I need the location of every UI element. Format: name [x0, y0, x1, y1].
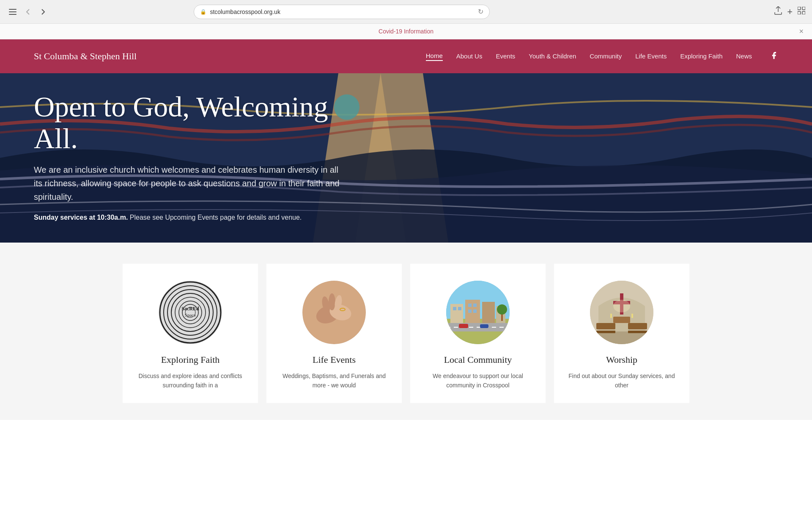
svg-rect-5: [798, 11, 801, 14]
cards-section: SacREd Space Exploring Faith Discuss and…: [0, 243, 812, 420]
forward-button[interactable]: [37, 6, 49, 18]
svg-rect-46: [480, 324, 488, 328]
svg-text:Space: Space: [185, 312, 196, 318]
svg-rect-38: [458, 307, 461, 310]
svg-rect-51: [628, 323, 647, 329]
card-local-community-desc: We endeavour to support our local commun…: [423, 371, 533, 390]
site-logo[interactable]: St Columba & Stephen Hill: [34, 51, 137, 62]
card-worship[interactable]: Worship Find out about our Sunday servic…: [554, 264, 689, 403]
svg-rect-45: [459, 324, 468, 328]
svg-rect-37: [453, 307, 456, 310]
svg-rect-42: [473, 309, 477, 313]
card-exploring-faith-desc: Discuss and explore ideas and conflicts …: [135, 371, 245, 390]
card-local-community-title: Local Community: [444, 354, 512, 365]
svg-point-26: [329, 293, 335, 310]
card-worship-desc: Find out about our Sunday services, and …: [567, 371, 677, 390]
svg-rect-34: [465, 300, 480, 323]
address-bar[interactable]: 🔒 stcolumbacrosspool.org.uk ↻: [194, 5, 490, 19]
svg-text:SacREd: SacREd: [181, 306, 199, 312]
worship-image: [590, 281, 653, 344]
browser-chrome: 🔒 stcolumbacrosspool.org.uk ↻ +: [0, 0, 812, 24]
worship-illustration: [590, 281, 653, 344]
nav-life-events[interactable]: Life Events: [635, 52, 667, 61]
card-worship-title: Worship: [606, 354, 637, 365]
hands-illustration: [302, 281, 366, 344]
nav-about[interactable]: About Us: [456, 52, 483, 61]
back-button[interactable]: [22, 6, 34, 18]
services-bold: Sunday services at 10:30a.m.: [34, 214, 128, 221]
svg-rect-53: [628, 331, 647, 333]
svg-rect-54: [613, 317, 630, 323]
card-life-events[interactable]: Life Events Weddings, Baptisms, and Fune…: [266, 264, 402, 403]
lock-icon: 🔒: [200, 9, 206, 15]
nav-events[interactable]: Events: [496, 52, 515, 61]
facebook-icon[interactable]: [770, 51, 778, 62]
browser-actions: +: [774, 6, 805, 17]
sidebar-toggle-button[interactable]: [7, 6, 19, 18]
svg-point-44: [497, 304, 507, 315]
svg-rect-49: [590, 331, 653, 344]
hero-content: Open to God, Welcoming All. We are an in…: [0, 91, 381, 243]
svg-rect-50: [596, 323, 615, 329]
nav-news[interactable]: News: [736, 52, 752, 61]
covid-text: Covid-19 Information: [379, 28, 433, 35]
url-text: stcolumbacrosspool.org.uk: [210, 8, 280, 15]
svg-rect-1: [9, 11, 16, 12]
refresh-button[interactable]: ↻: [478, 8, 483, 16]
nav-youth[interactable]: Youth & Children: [529, 52, 576, 61]
svg-rect-33: [450, 304, 463, 323]
grid-button[interactable]: [798, 7, 805, 17]
hero-subtitle: We are an inclusive church which welcome…: [34, 163, 347, 204]
browser-controls: [7, 6, 49, 18]
covid-banner: Covid-19 Information ×: [0, 24, 812, 39]
card-local-community[interactable]: Local Community We endeavour to support …: [410, 264, 546, 403]
exploring-faith-image: SacREd Space: [159, 281, 222, 344]
svg-rect-4: [802, 7, 805, 10]
nav-exploring-faith[interactable]: Exploring Faith: [680, 52, 722, 61]
svg-rect-6: [802, 11, 805, 14]
community-illustration: [446, 281, 510, 344]
new-tab-button[interactable]: +: [787, 6, 793, 17]
svg-rect-3: [798, 7, 801, 10]
svg-rect-58: [631, 314, 633, 318]
svg-rect-41: [468, 309, 472, 313]
share-button[interactable]: [774, 6, 782, 17]
svg-rect-39: [468, 304, 472, 307]
svg-rect-52: [596, 331, 615, 333]
nav-home[interactable]: Home: [426, 52, 443, 61]
svg-rect-57: [610, 314, 612, 318]
covid-close-button[interactable]: ×: [799, 27, 804, 36]
services-text: Please see Upcoming Events page for deta…: [128, 214, 302, 221]
nav-community[interactable]: Community: [590, 52, 622, 61]
svg-rect-35: [482, 302, 495, 323]
card-exploring-faith[interactable]: SacREd Space Exploring Faith Discuss and…: [123, 264, 258, 403]
svg-rect-40: [473, 304, 477, 307]
hero-services: Sunday services at 10:30a.m. Please see …: [34, 214, 347, 221]
svg-rect-0: [9, 9, 16, 10]
svg-rect-2: [9, 14, 16, 15]
hero-title: Open to God, Welcoming All.: [34, 91, 347, 155]
hero-section: Open to God, Welcoming All. We are an in…: [0, 73, 812, 243]
sacred-space-logo: SacREd Space: [159, 281, 222, 344]
site-header: St Columba & Stephen Hill Home About Us …: [0, 39, 812, 73]
local-community-image: [446, 281, 510, 344]
card-exploring-faith-title: Exploring Faith: [161, 354, 220, 365]
main-nav: Home About Us Events Youth & Children Co…: [426, 51, 778, 62]
life-events-image: [302, 281, 366, 344]
svg-point-59: [613, 300, 630, 312]
card-life-events-desc: Weddings, Baptisms, and Funerals and mor…: [279, 371, 389, 390]
card-life-events-title: Life Events: [313, 354, 356, 365]
